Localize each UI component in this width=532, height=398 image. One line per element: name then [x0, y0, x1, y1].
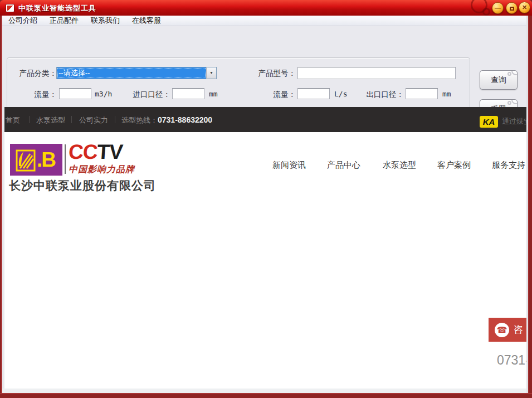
menu-item-company-intro[interactable]: 公司介绍 [2, 16, 43, 26]
logo-divider [65, 144, 66, 174]
logo-mark: .B [37, 146, 55, 174]
button-decoration [507, 72, 511, 76]
close-button[interactable]: ✕ [519, 2, 530, 13]
category-dropdown[interactable]: --请选择-- ▼ [56, 67, 217, 79]
app-window: 中联泵业智能选型工具 — ✕ 公司介绍 正品配件 联系我们 在线客服 产品分类：… [0, 0, 532, 398]
topnav-divider [212, 116, 212, 123]
inlet-diameter-unit: mm [209, 90, 218, 98]
consult-label: 咨 [514, 323, 523, 336]
cctv-logo-black: TV [96, 140, 123, 163]
logo-emblem-icon [13, 147, 37, 173]
topnav-divider [115, 116, 115, 123]
menubar: 公司介绍 正品配件 联系我们 在线客服 [2, 16, 526, 26]
button-decoration [511, 70, 518, 75]
button-decoration [511, 99, 518, 104]
consult-hotline-button[interactable]: ☎ 咨 [489, 318, 531, 342]
hotline-label: 选型热线： [121, 116, 158, 124]
company-logo: .B [10, 144, 62, 176]
topnav-divider [29, 116, 30, 123]
topnav-pump-selection-link[interactable]: 水泵选型 [36, 115, 65, 125]
window-border-right [526, 16, 532, 393]
menu-item-online-service[interactable]: 在线客服 [126, 16, 167, 26]
flow-ls-label: 流量： [256, 90, 296, 100]
inlet-diameter-label: 进口口径： [125, 90, 170, 100]
topnav-company-strength-link[interactable]: 公司实力 [79, 115, 108, 125]
inlet-diameter-input[interactable] [172, 88, 204, 99]
cctv-logo: CCTV [68, 140, 124, 164]
flow-ls-input[interactable] [297, 88, 330, 99]
flow-unit: m3/h [95, 90, 112, 98]
window-border-left [0, 16, 2, 393]
button-decoration [507, 101, 511, 105]
maximize-button[interactable] [506, 2, 518, 14]
phone-icon: ☎ [495, 323, 509, 337]
topnav-divider [71, 116, 72, 123]
brand-tagline: 中国影响力品牌 [69, 164, 135, 176]
nav-customer-cases-link[interactable]: 客户案例 [437, 160, 471, 171]
nav-news-link[interactable]: 新闻资讯 [272, 160, 306, 171]
cctv-logo-red: CC [68, 140, 98, 163]
outlet-diameter-label: 出口口径： [358, 90, 404, 100]
nav-service-support-link[interactable]: 服务支持 [492, 160, 525, 171]
dropdown-arrow-icon[interactable]: ▼ [206, 67, 216, 79]
topnav-hotline: 选型热线：0731-88632200 [121, 115, 212, 125]
maximize-icon [510, 7, 514, 11]
app-icon [6, 4, 14, 12]
menu-item-genuine-parts[interactable]: 正品配件 [43, 16, 85, 26]
nav-pump-selection-link[interactable]: 水泵选型 [383, 160, 416, 171]
flow-label: 流量： [19, 90, 57, 100]
ka-certification-badge: KA [480, 116, 498, 128]
window-border-bottom [0, 393, 532, 398]
window-footer-strip [2, 389, 526, 393]
category-selected-value: --请选择-- [57, 67, 206, 79]
company-name: 长沙中联泵业股份有限公司 [9, 178, 156, 193]
model-input[interactable] [297, 67, 456, 79]
window-title: 中联泵业智能选型工具 [18, 3, 96, 13]
menu-item-contact-us[interactable]: 联系我们 [85, 16, 126, 26]
titlebar[interactable]: 中联泵业智能选型工具 — ✕ [0, 0, 532, 16]
minimize-button[interactable]: — [492, 2, 504, 14]
flow-ls-unit: L/s [334, 90, 347, 98]
hotline-number: 0731-88632200 [158, 115, 212, 124]
topnav-home-link[interactable]: 首页 [6, 115, 20, 125]
category-label: 产品分类： [12, 69, 57, 79]
titlebar-decoration [482, 8, 490, 16]
flow-input[interactable] [59, 88, 91, 99]
query-button-label: 查询 [491, 75, 506, 84]
query-button[interactable]: 查询 [480, 70, 518, 90]
outlet-diameter-input[interactable] [406, 88, 438, 99]
consult-phone-number: 0731- [497, 353, 530, 368]
search-form-panel: 产品分类： --请选择-- ▼ 产品型号： 流量： m3/h 进口口径： mm … [2, 26, 526, 107]
outlet-diameter-unit: mm [442, 90, 451, 98]
nav-products-link[interactable]: 产品中心 [327, 160, 360, 171]
model-label: 产品型号： [250, 69, 296, 79]
